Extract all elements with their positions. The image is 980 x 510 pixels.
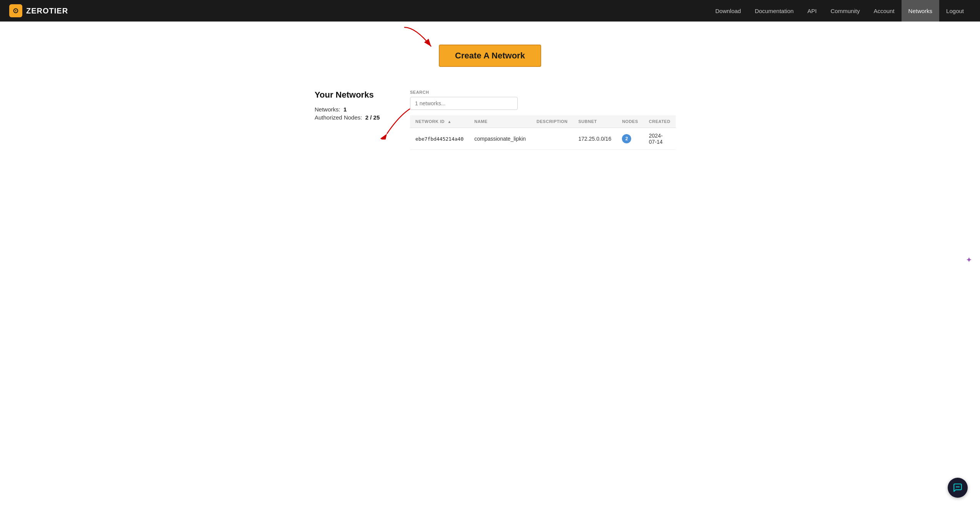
nodes-count: 2 / 25 (365, 114, 380, 121)
navbar-links: Download Documentation API Community Acc… (708, 0, 971, 22)
logo-link[interactable]: ⊙ ZEROTIER (9, 4, 68, 17)
sort-icon-network-id: ▲ (447, 120, 451, 124)
col-created: CREATED (643, 115, 676, 128)
create-network-button[interactable]: Create A Network (439, 45, 541, 67)
nav-account[interactable]: Account (867, 0, 901, 22)
navbar: ⊙ ZEROTIER Download Documentation API Co… (0, 0, 980, 22)
sparkle-icon: ✦ (966, 255, 972, 264)
cell-created: 2024-07-14 (643, 128, 676, 150)
networks-section: Your Networks Networks: 1 Authorized Nod… (315, 90, 665, 150)
network-table-area: SEARCH NETWORK ID ▲ NAME DESCRIPTION SUB… (410, 90, 676, 150)
col-network-id: NETWORK ID ▲ (410, 115, 469, 128)
create-network-area: Create A Network (315, 45, 665, 67)
col-description: DESCRIPTION (531, 115, 573, 128)
chat-widget[interactable] (948, 478, 968, 498)
nodes-badge: 2 (622, 134, 631, 143)
create-network-arrow-container: Create A Network (439, 45, 541, 67)
cell-network-id: ebe7fbd445214a40 (410, 128, 469, 150)
cell-description (531, 128, 573, 150)
nav-api[interactable]: API (800, 0, 823, 22)
networks-info: Your Networks Networks: 1 Authorized Nod… (315, 90, 392, 122)
networks-table: NETWORK ID ▲ NAME DESCRIPTION SUBNET NOD… (410, 115, 676, 150)
search-label: SEARCH (410, 90, 676, 95)
nav-community[interactable]: Community (824, 0, 867, 22)
logo-icon: ⊙ (9, 4, 22, 17)
cell-nodes: 2 (617, 128, 643, 150)
networks-heading: Your Networks (315, 90, 392, 100)
cell-subnet: 172.25.0.0/16 (573, 128, 617, 150)
main-content: Create A Network Your Networks Networks:… (305, 22, 675, 165)
search-input[interactable] (410, 97, 518, 110)
table-header-row: NETWORK ID ▲ NAME DESCRIPTION SUBNET NOD… (410, 115, 676, 128)
networks-label: Networks: (315, 106, 340, 113)
networks-count-row: Networks: 1 (315, 106, 392, 113)
table-row[interactable]: ebe7fbd445214a40compassionate_lipkin172.… (410, 128, 676, 150)
col-name: NAME (469, 115, 531, 128)
nodes-count-row: Authorized Nodes: 2 / 25 (315, 114, 392, 121)
cell-name: compassionate_lipkin (469, 128, 531, 150)
logo-text: ZEROTIER (26, 7, 68, 15)
nav-networks[interactable]: Networks (902, 0, 940, 22)
nav-documentation[interactable]: Documentation (748, 0, 800, 22)
col-network-id-label: NETWORK ID (415, 119, 445, 124)
networks-count: 1 (343, 106, 347, 113)
col-subnet: SUBNET (573, 115, 617, 128)
nav-logout[interactable]: Logout (939, 0, 971, 22)
nav-download[interactable]: Download (708, 0, 748, 22)
chat-icon (953, 483, 963, 493)
nodes-label: Authorized Nodes: (315, 114, 362, 121)
col-nodes: NODES (617, 115, 643, 128)
